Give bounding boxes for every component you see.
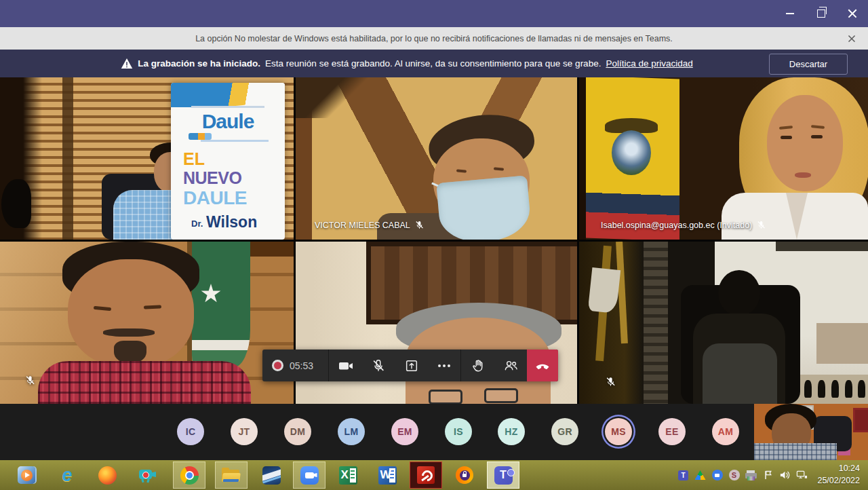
- taskbar-zoom[interactable]: [293, 461, 326, 489]
- self-view-video[interactable]: [754, 404, 868, 460]
- recording-title: La grabación se ha iniciado.: [138, 58, 260, 69]
- people-button[interactable]: [494, 350, 528, 381]
- taskbar-firefox[interactable]: [91, 461, 123, 489]
- excel-icon: X: [339, 466, 357, 485]
- minimize-icon: [786, 13, 794, 14]
- taskbar-acrobat[interactable]: [410, 461, 442, 489]
- google-drive-tray-icon[interactable]: [692, 460, 709, 490]
- participant-name-label: Isabel.ospina@guayas.gob.ec (Invitado): [601, 220, 766, 230]
- participant-chip-DM[interactable]: DM: [284, 418, 311, 445]
- more-options-button[interactable]: [428, 350, 461, 381]
- dnd-dismiss-button[interactable]: [841, 27, 863, 50]
- internet-explorer-icon: e: [62, 466, 72, 485]
- hang-up-button[interactable]: [527, 350, 558, 381]
- participant-silhouette: [718, 270, 760, 316]
- participant-chip-GR[interactable]: GR: [551, 418, 578, 445]
- taskbar-internet-explorer[interactable]: e: [51, 461, 83, 489]
- mic-button[interactable]: [362, 350, 395, 381]
- media-player-icon: [18, 466, 35, 484]
- video-tile-isabel-ospina[interactable]: Isabel.ospina@guayas.gob.ec (Invitado): [579, 77, 868, 240]
- taskbar-media-player[interactable]: [10, 461, 43, 489]
- s-badge-tray-icon[interactable]: S: [726, 460, 743, 490]
- word-icon: W: [378, 466, 397, 485]
- mic-muted-icon: [605, 376, 616, 388]
- recording-status: 05:53: [262, 360, 328, 371]
- taskbar-screen-recorder[interactable]: [132, 461, 164, 489]
- close-window-button[interactable]: [837, 0, 868, 27]
- taskbar-chrome[interactable]: [173, 461, 205, 489]
- zoom-tray-icon[interactable]: [709, 460, 726, 490]
- video-tile-victor-mieles[interactable]: VICTOR MIELES CABAL: [296, 77, 577, 240]
- mic-muted-icon: [24, 375, 36, 386]
- teams-tray-icon[interactable]: T: [675, 460, 692, 490]
- recording-banner: La grabación se ha iniciado. Esta reunió…: [0, 50, 868, 77]
- teams-icon: T: [494, 466, 513, 485]
- call-timer: 05:53: [290, 360, 313, 371]
- raise-hand-icon: [471, 358, 486, 373]
- minimize-button[interactable]: [774, 0, 806, 27]
- call-control-bar: 05:53: [262, 350, 558, 381]
- wall-frame: [853, 408, 868, 432]
- video-tile-red-plaid-man[interactable]: [0, 242, 294, 404]
- recording-body: Esta reunión se está grabando. Al unirse…: [265, 58, 601, 69]
- participant-chip-AM[interactable]: AM: [712, 418, 739, 445]
- participant-chip-EE[interactable]: EE: [658, 418, 686, 445]
- poster-sig-name: Wilson: [206, 213, 257, 231]
- teams-meeting-window: La opción No molestar de Windows está ha…: [0, 0, 868, 490]
- dismiss-recording-button[interactable]: Descartar: [769, 54, 848, 75]
- taskbar-file-explorer[interactable]: [215, 461, 248, 489]
- screen-recorder-icon: [139, 468, 157, 482]
- video-tile-daule-office[interactable]: Daule EL NUEVO DAULE Dr. Wilson: [0, 77, 294, 240]
- chrome-icon: [180, 466, 199, 485]
- restore-button[interactable]: [806, 0, 837, 27]
- dnd-message: La opción No molestar de Windows está ha…: [195, 34, 673, 43]
- hang-up-icon: [534, 358, 551, 374]
- video-tile-office-window-man[interactable]: [579, 242, 868, 404]
- participant-chip-LM[interactable]: LM: [338, 418, 365, 445]
- system-tray: T S: [675, 460, 810, 490]
- participant-chip-EM[interactable]: EM: [391, 418, 418, 445]
- warning-icon: [121, 58, 133, 69]
- more-options-icon: [438, 364, 450, 367]
- file-explorer-icon: [222, 468, 241, 483]
- zoom-icon: [300, 466, 319, 485]
- privacy-policy-link[interactable]: Política de privacidad: [606, 58, 692, 69]
- mic-muted-icon: [756, 220, 766, 230]
- participant-chip-JT[interactable]: JT: [231, 418, 258, 445]
- participant-chip-MS[interactable]: MS: [605, 418, 632, 445]
- poster-line1: EL: [183, 149, 205, 169]
- participant-chip-HZ[interactable]: HZ: [498, 418, 525, 445]
- face-mask: [436, 175, 532, 240]
- windows-flag-tray-icon[interactable]: [760, 460, 776, 490]
- raise-hand-button[interactable]: [461, 350, 494, 381]
- green-flag: [192, 242, 250, 368]
- participant-chip-IC[interactable]: IC: [177, 418, 204, 445]
- taskbar-excel[interactable]: X: [332, 461, 364, 489]
- share-screen-button[interactable]: [395, 350, 428, 381]
- dnd-notification-bar: La opción No molestar de Windows está ha…: [0, 27, 868, 50]
- volume-tray-icon[interactable]: [776, 460, 793, 490]
- system-clock[interactable]: 10:24 25/02/2022: [817, 463, 860, 487]
- printer-tray-icon[interactable]: [743, 460, 760, 490]
- participant-chip-IS[interactable]: IS: [445, 418, 472, 445]
- camera-icon: [338, 358, 354, 374]
- restore-icon: [817, 10, 825, 18]
- taskbar-avast-browser[interactable]: [448, 461, 481, 489]
- participant-strip: ICJTDMLMEMISHZGRMSEEAM: [0, 404, 868, 460]
- camera-button[interactable]: [329, 350, 362, 381]
- record-indicator-icon: [272, 360, 283, 371]
- taskbar-scanner-app[interactable]: [255, 461, 288, 489]
- title-bar: [0, 0, 868, 27]
- close-icon: [848, 35, 855, 42]
- plaid-shirt: [38, 361, 251, 404]
- share-screen-icon: [404, 358, 419, 373]
- horse-statue: [1, 179, 31, 228]
- people-icon: [503, 358, 519, 373]
- network-tray-icon[interactable]: [793, 460, 810, 490]
- taskbar-teams[interactable]: T: [487, 461, 519, 489]
- firefox-icon: [98, 466, 117, 485]
- poster-line2: NUEVO: [183, 168, 241, 188]
- poster-brand: Daule: [171, 110, 285, 133]
- taskbar-word[interactable]: W: [371, 461, 403, 489]
- participant-name-label: VICTOR MIELES CABAL: [315, 220, 425, 230]
